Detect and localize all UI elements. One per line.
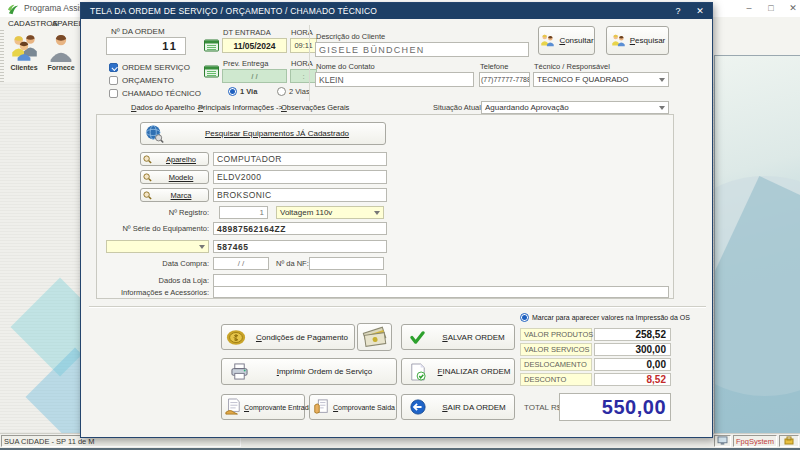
modelo-field[interactable]: ELDV2000 — [213, 170, 387, 184]
situacao-select[interactable]: Aguardando Aprovação — [481, 101, 669, 114]
magnifier-icon — [143, 191, 152, 200]
toolbar-gripper — [0, 30, 4, 82]
comprovante-entrada-button[interactable]: Comprovante Entrada — [221, 394, 305, 420]
tech-select[interactable]: TECNICO F QUADRADO — [533, 72, 669, 87]
order-number-value: 11 — [162, 40, 182, 52]
info-field[interactable] — [213, 286, 669, 298]
tab-principais-informacoes[interactable]: Principais Informações -> — [198, 103, 283, 112]
extra-field[interactable]: 587465 — [213, 240, 387, 253]
marca-button[interactable]: Marca — [140, 188, 209, 202]
consultar-button[interactable]: Consultar — [538, 26, 595, 55]
toolbar-label-fornece: Fornece — [44, 64, 78, 71]
consultar-label: Consultar — [559, 36, 593, 45]
sair-ordem-button[interactable]: SAIR DA ORDEM — [401, 394, 515, 420]
tab-dados-do-aparelho[interactable]: Dados do Aparelho -> — [131, 103, 204, 112]
checkbox-chamado-tecnico[interactable] — [109, 89, 118, 98]
valor-servicos-value: 300,00 — [594, 343, 671, 356]
total-label: TOTAL R$ — [524, 403, 561, 413]
service-order-dialog: TELA DA ORDEM DE SERVIÇO / ORÇAMENTO / C… — [80, 2, 713, 438]
desconto-value: 8,52 — [594, 373, 671, 386]
marca-field[interactable]: BROKSONIC — [213, 188, 387, 202]
serie-label: Nº Série do Equipamento: — [109, 224, 209, 234]
section-divider — [309, 25, 310, 101]
doc-out-icon — [313, 398, 329, 416]
toolbar-label-clientes: Clientes — [6, 64, 42, 71]
registro-label: Nº Registro: — [141, 208, 209, 218]
search-equipment-label: Pesquisar Equipamentos JÁ Cadastrado — [169, 129, 385, 138]
coin-icon — [226, 329, 246, 346]
deslocamento-value: 0,00 — [594, 358, 671, 371]
chevron-down-icon — [659, 78, 665, 82]
bills-button[interactable] — [357, 323, 392, 351]
menu-cadastros[interactable]: CADASTROS — [8, 19, 58, 28]
prev-entrega-label: Prev. Entrega — [223, 59, 268, 69]
radio-1-via[interactable] — [228, 87, 237, 96]
imprimir-label: Imprimir Ordem de Serviço — [253, 367, 396, 376]
dialog-close-button[interactable]: ✕ — [691, 3, 709, 19]
registro-field[interactable]: 1 — [219, 206, 268, 219]
modelo-button[interactable]: Modelo — [140, 170, 209, 184]
checkbox-orcamento[interactable] — [109, 76, 118, 85]
doc-in-icon — [225, 398, 241, 416]
tab-observacoes-gerais[interactable]: Observações Gerais — [281, 103, 349, 112]
toolbar-button-fornece[interactable]: Fornece — [44, 32, 78, 80]
condicoes-pagamento-button[interactable]: Condições de Pagamento — [221, 324, 355, 350]
screen: Programa Assistência – □ ✕ CADASTROS APA… — [0, 0, 800, 450]
maximize-button[interactable]: □ — [762, 0, 780, 16]
data-compra-field[interactable]: / / — [213, 257, 269, 270]
aparelho-button[interactable]: Aparelho — [140, 152, 209, 166]
checkbox-ordem-servico[interactable] — [109, 63, 118, 72]
pesquisar-label: Pesquisar — [630, 36, 666, 45]
client-desc-field[interactable]: GISELE BÜNDCHEN — [315, 42, 529, 57]
radio-2-vias[interactable] — [277, 87, 286, 96]
contact-field[interactable]: KLEIN — [315, 72, 474, 87]
desconto-amount: 8,52 — [647, 374, 666, 385]
nf-field[interactable] — [309, 257, 384, 270]
hora-entrada-field[interactable]: 09:11 — [290, 38, 317, 53]
dialog-titlebar[interactable]: TELA DA ORDEM DE SERVIÇO / ORÇAMENTO / C… — [81, 3, 712, 19]
deslocamento-label: DESLOCAMENTO — [520, 358, 592, 371]
toolbar-button-clientes[interactable]: Clientes — [6, 32, 42, 80]
finalizar-ordem-button[interactable]: FINALIZAR ORDEM — [401, 358, 515, 385]
radio-1-via-label: 1 Via — [240, 87, 257, 97]
hora-entrega-field[interactable]: : — [290, 69, 317, 83]
condicoes-label: Condições de Pagamento — [250, 333, 354, 342]
valor-produtos-label: VALOR PRODUTOS — [520, 328, 592, 341]
salvar-ordem-button[interactable]: SALVAR ORDEM — [401, 324, 515, 350]
registro-value: 1 — [260, 208, 264, 217]
extra-select[interactable] — [106, 240, 209, 253]
pesquisar-button[interactable]: Pesquisar — [606, 26, 669, 55]
calendar-icon[interactable] — [204, 38, 219, 56]
comprovante-saida-button[interactable]: Comprovante Saida — [309, 394, 397, 420]
dt-entrada-field[interactable]: 11/05/2024 — [222, 38, 287, 53]
sair-label: SAIR DA ORDEM — [434, 403, 514, 412]
calendar-icon[interactable] — [204, 64, 219, 82]
search-equipment-button[interactable]: Pesquisar Equipamentos JÁ Cadastrado — [140, 122, 386, 145]
aparelho-field[interactable]: COMPUTADOR — [213, 152, 387, 166]
statusbar-monitor-cell — [714, 435, 731, 447]
fornece-icon — [47, 48, 75, 65]
desconto-label: DESCONTO — [520, 373, 592, 386]
chevron-down-icon — [374, 211, 380, 215]
prev-entrega-value: / / — [251, 72, 258, 81]
mdi-art-panel — [714, 55, 800, 434]
checkbox-ordem-servico-label: ORDEM SERVIÇO — [122, 63, 190, 73]
tech-value: TECNICO F QUADRADO — [537, 75, 629, 84]
radio-2-vias-label: 2 Vias — [289, 87, 310, 97]
phone-field[interactable]: (77)77777-7788 — [479, 72, 530, 87]
serie-field[interactable]: 48987562164ZZ — [213, 222, 387, 235]
key-icon — [784, 436, 794, 447]
dialog-help-button[interactable]: ? — [669, 3, 687, 19]
voltagem-select[interactable]: Voltagem 110v — [276, 206, 384, 219]
print-values-radio[interactable] — [520, 313, 529, 322]
valor-servicos-label: VALOR SERVICOS — [520, 343, 592, 356]
imprimir-ordem-button[interactable]: Imprimir Ordem de Serviço — [221, 358, 397, 385]
minimize-button[interactable]: – — [740, 0, 758, 16]
prev-entrega-field[interactable]: / / — [222, 69, 287, 83]
order-number-field[interactable]: 11 — [106, 37, 186, 55]
valor-produtos-amount: 258,52 — [635, 329, 666, 340]
close-button[interactable]: ✕ — [784, 0, 800, 16]
clientes-icon — [8, 48, 40, 65]
checkbox-chamado-tecnico-label: CHAMADO TÉCNICO — [122, 89, 201, 99]
contact-label: Nome do Contato — [316, 62, 375, 72]
